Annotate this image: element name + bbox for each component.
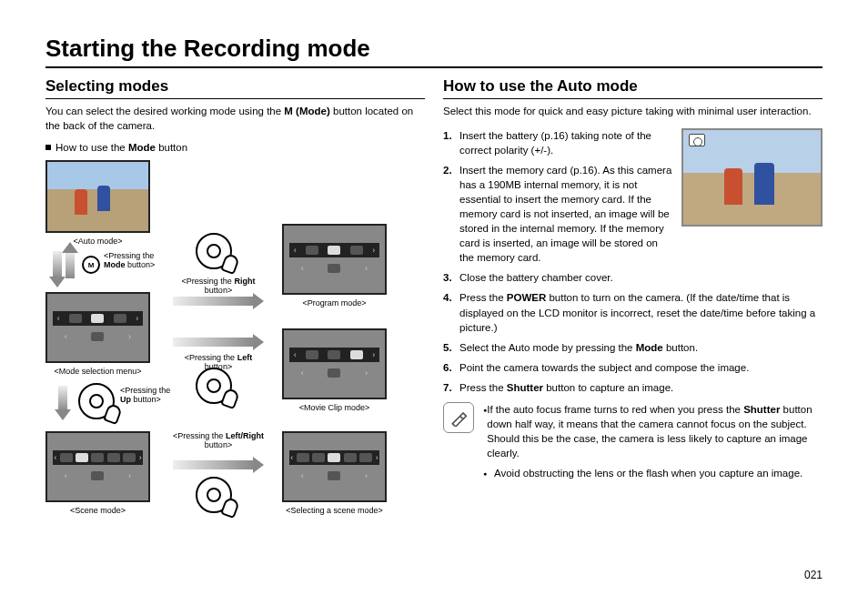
t: Insert the battery (p.16) taking note of… — [459, 128, 674, 157]
t: <Pressing the — [182, 277, 235, 286]
t: button to capture an image. — [543, 382, 673, 393]
t: <Pressing the — [120, 386, 170, 395]
t: button. — [663, 342, 698, 353]
n: 5. — [443, 340, 459, 355]
menu-bar: ‹› — [289, 366, 380, 380]
caption-press-lr: <Pressing the Left/Right button> — [173, 431, 264, 449]
t: button> — [126, 260, 156, 269]
menu-bar: ‹› — [289, 261, 380, 276]
square-bullet-icon — [45, 145, 51, 150]
pen-icon — [443, 402, 474, 433]
arrow-up-icon — [66, 251, 75, 278]
t: Close the battery chamber cover. — [459, 270, 823, 285]
step-1: 1.Insert the battery (p.16) taking note … — [443, 128, 674, 157]
step-2: 2.Insert the memory card (p.16). As this… — [443, 163, 674, 266]
menu-bar: ‹› — [53, 311, 144, 326]
t: Press the POWER button to turn on the ca… — [459, 290, 823, 334]
auto-intro: Select this mode for quick and easy pict… — [443, 105, 823, 119]
t: Mode — [104, 260, 126, 269]
step-3: 3.Close the battery chamber cover. — [443, 270, 823, 285]
t: Avoid obstructing the lens or the flash … — [494, 466, 802, 480]
t: Select the Auto mode by pressing the — [459, 342, 636, 353]
arrow-down-icon — [53, 251, 62, 278]
t: Press the Shutter button to capture an i… — [459, 380, 823, 395]
caption-scene: <Scene mode> — [45, 506, 150, 515]
t: button> — [205, 286, 232, 295]
n: 2. — [443, 163, 459, 266]
menu-bar: ‹› — [289, 450, 380, 465]
arrow-right-icon — [173, 460, 255, 469]
note-box: If the auto focus frame turns to red whe… — [443, 402, 823, 486]
n: 4. — [443, 290, 459, 334]
n: 6. — [443, 360, 459, 375]
t: POWER — [507, 292, 546, 303]
dial-icon — [196, 368, 232, 404]
thumbnail-auto-mode — [45, 160, 150, 233]
t: button> — [131, 395, 161, 404]
t: <Pressing the — [185, 353, 237, 362]
n: 3. — [443, 270, 459, 285]
thumbnail-auto-preview — [681, 128, 823, 227]
right-column: How to use the Auto mode Select this mod… — [443, 77, 823, 551]
t: Point the camera towards the subject and… — [459, 360, 823, 375]
left-column: Selecting modes You can select the desir… — [45, 77, 425, 551]
t: Mode — [636, 342, 663, 353]
figure-area: <Auto mode> M <Pressing the Mode button>… — [45, 160, 425, 551]
thumbnail-mode-selection: ‹› ‹› — [45, 292, 150, 363]
step-5: 5.Select the Auto mode by pressing the M… — [443, 340, 823, 355]
caption-sel-scene: <Selecting a scene mode> — [282, 506, 387, 515]
howto-post: button — [156, 142, 187, 153]
menu-bar: ‹› — [289, 469, 380, 483]
arrow-right-icon — [173, 338, 255, 347]
t: button> — [205, 440, 232, 449]
dial-icon — [196, 477, 232, 513]
caption-press-right: <Pressing the Right button> — [173, 277, 264, 295]
menu-bar: ‹› — [53, 450, 144, 465]
howto-bold: Mode — [128, 142, 156, 153]
note-1: If the auto focus frame turns to red whe… — [483, 402, 823, 460]
note-list: If the auto focus frame turns to red whe… — [483, 402, 823, 486]
bullet-icon — [483, 466, 494, 480]
menu-bar: ‹› — [289, 348, 380, 362]
section-title-auto: How to use the Auto mode — [443, 77, 823, 99]
step-7: 7.Press the Shutter button to capture an… — [443, 380, 823, 395]
caption-movie: <Movie Clip mode> — [282, 403, 387, 412]
arrow-down-icon — [58, 386, 67, 411]
t: Left/Right — [226, 431, 264, 440]
t: <Pressing the — [104, 251, 154, 260]
howto-pre: How to use the — [56, 142, 128, 153]
intro-pre: You can select the desired working mode … — [45, 106, 284, 116]
caption-press-mode: <Pressing the Mode button> — [104, 251, 158, 269]
caption-program: <Program mode> — [282, 298, 387, 308]
step-4: 4.Press the POWER button to turn on the … — [443, 290, 823, 334]
t: Right — [234, 277, 255, 286]
thumbnail-movie-mode: ‹› ‹› — [282, 328, 387, 399]
menu-bar: ‹› — [289, 243, 380, 257]
dial-icon — [196, 233, 232, 269]
m-button-icon: M — [82, 256, 100, 274]
page-title: Starting the Recording mode — [45, 35, 823, 68]
t: Up — [120, 395, 131, 404]
t: Insert the memory card (p.16). As this c… — [459, 163, 674, 266]
thumbnail-scene-menu: ‹› ‹› — [45, 431, 150, 502]
steps-list: 1.Insert the battery (p.16) taking note … — [443, 128, 823, 396]
menu-bar: ‹› — [53, 469, 144, 483]
thumbnail-select-scene: ‹› ‹› — [282, 431, 387, 502]
n: 7. — [443, 380, 459, 395]
step-6: 6.Point the camera towards the subject a… — [443, 360, 823, 375]
t: Shutter — [507, 382, 543, 393]
t: Select the Auto mode by pressing the Mod… — [459, 340, 823, 355]
t: Press the — [459, 292, 507, 303]
intro-bold: M (Mode) — [284, 106, 329, 116]
n: 1. — [443, 128, 459, 157]
t: If the auto focus frame turns to red whe… — [487, 404, 743, 415]
t: Shutter — [743, 404, 780, 415]
section-title-selecting: Selecting modes — [45, 77, 425, 99]
caption-press-up: <Pressing the Up button> — [120, 386, 171, 404]
t: If the auto focus frame turns to red whe… — [487, 402, 823, 460]
t: Left — [237, 353, 253, 362]
note-2: Avoid obstructing the lens or the flash … — [483, 466, 823, 480]
camera-icon — [689, 134, 705, 146]
page-number: 021 — [804, 569, 823, 581]
caption-mode-sel: <Mode selection menu> — [45, 367, 150, 376]
